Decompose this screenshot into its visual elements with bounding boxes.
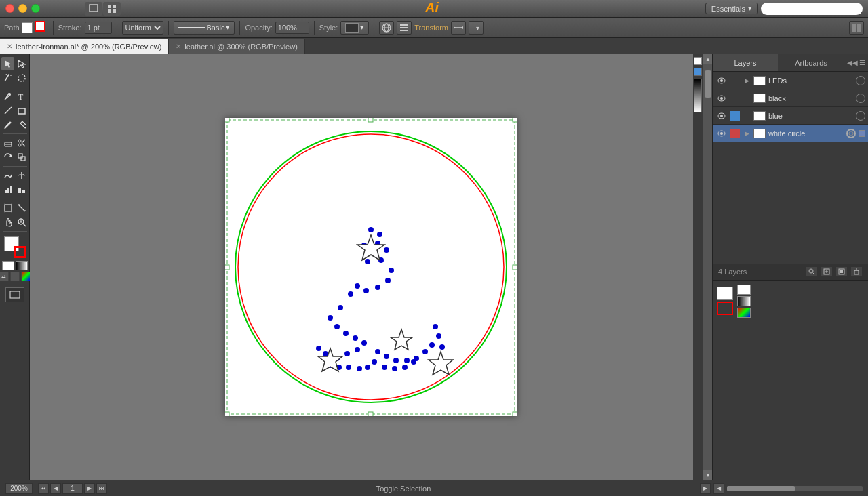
layer-leds-circle[interactable] [856,76,865,85]
minimize-button[interactable] [18,4,27,13]
expand-panels-btn[interactable]: ◀◀ [847,59,858,66]
search-layers-btn[interactable] [806,266,818,277]
tab-ironman[interactable]: ✕ leather-Ironman.al* @ 200% (RGB/Previe… [0,39,169,54]
globe-icon-btn[interactable] [379,21,394,35]
measure-tool[interactable] [15,201,28,215]
svg-point-90 [384,354,389,359]
eraser-tool[interactable] [1,136,14,150]
gradient-mode-btn[interactable] [737,296,751,306]
type-tool[interactable]: T [15,89,28,103]
pattern-mode-btn[interactable] [737,308,751,318]
rotate-tool[interactable] [1,150,14,164]
selection-tool[interactable] [1,57,14,70]
layer-item-white-circle[interactable]: ▶ white circle [713,125,868,142]
layer-black-visibility[interactable] [715,92,728,104]
paintbrush-tool[interactable] [1,118,14,131]
screen-mode-icon[interactable] [85,2,102,16]
scroll-down-btn[interactable]: ▼ [703,470,712,480]
line-tool[interactable] [1,104,14,117]
column-graph-tool[interactable] [15,183,28,197]
hand-tool[interactable] [1,215,14,229]
layer-wc-target[interactable] [859,130,865,137]
pen-tool[interactable] [1,89,14,103]
scroll-thumb[interactable] [705,70,711,98]
svg-point-35 [18,144,21,146]
graph-tool[interactable] [1,183,14,197]
strip-white[interactable] [694,57,702,65]
lasso-tool[interactable] [15,71,28,85]
artboards-tab[interactable]: Artboards [778,54,844,71]
play-btn[interactable]: ▶ [700,483,711,494]
warp-tool[interactable] [1,169,14,182]
arrange-icon-btn[interactable] [451,21,466,35]
options-icon-btn[interactable] [397,21,412,35]
panel-stroke-swatch[interactable] [717,302,733,315]
color-selector[interactable] [4,236,26,258]
swap-color-btn[interactable]: ⇄ [0,272,9,281]
layer-wc-visibility[interactable] [715,127,728,140]
opacity-input[interactable] [275,22,309,34]
none-mode-btn[interactable] [737,285,751,295]
magic-wand-tool[interactable] [1,71,14,85]
zoom-tool[interactable] [15,215,28,229]
page-input[interactable] [62,483,83,494]
next-page-btn[interactable]: ▶ [84,483,95,494]
style-btn[interactable]: ▾ [340,21,369,35]
essentials-button[interactable]: Essentials ▾ [705,3,758,14]
layer-wc-circle[interactable] [846,129,856,138]
maximize-button[interactable] [31,4,40,13]
layer-leds-visibility[interactable] [715,75,728,87]
width-tool[interactable] [15,169,28,182]
stroke-indicator[interactable] [35,21,48,35]
transform-link[interactable]: Transform [414,24,448,32]
tab-ironman-close[interactable]: ✕ [7,43,12,50]
layer-blue-circle[interactable] [856,111,865,121]
panel-menu-btn[interactable]: ☰ [859,59,865,66]
warp-icon-btn[interactable]: ☰▾ [469,21,484,35]
color-btn[interactable] [10,272,20,281]
artboard-tool[interactable] [1,201,14,215]
tab-leather[interactable]: ✕ leather.al @ 300% (RGB/Preview) [169,39,304,54]
search-bar[interactable] [761,3,863,15]
panel-fill-swatch[interactable] [717,287,733,300]
stop-btn[interactable]: ◀ [713,483,724,494]
last-page-btn[interactable]: ⏭ [96,483,107,494]
scissors-tool[interactable] [15,136,28,150]
canvas-area[interactable]: ▲ ▼ [30,54,712,480]
stroke-value-input[interactable] [85,22,112,34]
arrange-icon[interactable] [103,2,121,16]
stroke-color[interactable] [14,246,26,258]
direct-selection-tool[interactable] [15,57,28,70]
prev-page-btn[interactable]: ◀ [50,483,61,494]
add-layer-btn[interactable] [821,266,833,277]
stroke-style-btn[interactable]: Basic ▾ [174,21,235,35]
layer-item-blue[interactable]: blue [713,107,868,125]
layer-black-circle[interactable] [856,94,865,103]
fill-swatch[interactable] [22,22,33,33]
rect-tool[interactable] [15,104,28,117]
layer-item-black[interactable]: black [713,89,868,107]
first-page-btn[interactable]: ⏮ [38,483,49,494]
stroke-type-select[interactable]: Uniform [122,21,163,35]
layer-blue-visibility[interactable] [715,110,728,122]
none-color-btn[interactable] [2,261,14,270]
layers-tab[interactable]: Layers [713,54,778,71]
gradient-btn[interactable] [16,261,28,270]
layer-wc-expand[interactable]: ▶ [743,130,751,137]
scale-tool[interactable] [15,150,28,164]
pencil-tool[interactable] [15,118,28,131]
move-layer-btn[interactable] [835,266,848,277]
panel-toggle-btn[interactable] [849,21,864,35]
scroll-up-btn[interactable]: ▲ [703,54,712,64]
delete-layer-btn[interactable] [850,266,863,277]
strip-accent[interactable] [694,68,702,76]
tab-leather-close[interactable]: ✕ [176,43,181,50]
layer-leds-expand[interactable]: ▶ [743,77,751,84]
zoom-input[interactable] [5,483,33,494]
close-button[interactable] [5,4,14,13]
gradient-swatch-btn[interactable] [21,272,31,281]
strip-gradient[interactable] [694,79,702,112]
layer-item-leds[interactable]: ▶ LEDs [713,72,868,89]
screen-mode-btn[interactable] [1,287,28,302]
vertical-scrollbar[interactable]: ▲ ▼ [703,54,712,480]
